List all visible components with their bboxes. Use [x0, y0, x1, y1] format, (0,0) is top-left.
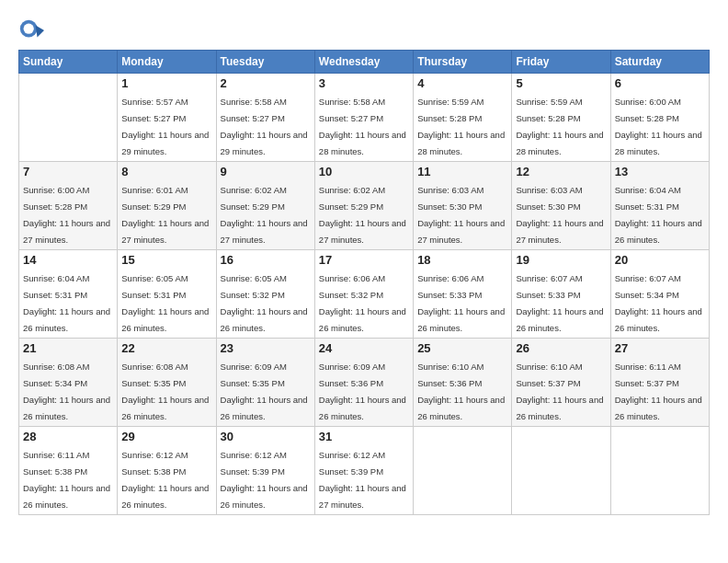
- day-cell: 3Sunrise: 5:58 AMSunset: 5:27 PMDaylight…: [314, 74, 413, 162]
- day-number: 8: [121, 165, 211, 178]
- day-info: Sunrise: 5:59 AMSunset: 5:28 PMDaylight:…: [516, 97, 603, 156]
- day-number: 20: [615, 253, 705, 267]
- week-row-1: 1Sunrise: 5:57 AMSunset: 5:27 PMDaylight…: [19, 74, 710, 162]
- day-info: Sunrise: 6:10 AMSunset: 5:37 PMDaylight:…: [516, 362, 603, 421]
- day-number: 27: [615, 341, 705, 355]
- col-header-thursday: Thursday: [414, 51, 512, 74]
- day-number: 11: [417, 165, 507, 178]
- day-info: Sunrise: 6:04 AMSunset: 5:31 PMDaylight:…: [23, 273, 110, 333]
- day-number: 21: [23, 341, 113, 355]
- day-number: 13: [615, 165, 705, 178]
- day-number: 6: [615, 76, 705, 90]
- day-cell: [512, 427, 610, 515]
- day-info: Sunrise: 6:06 AMSunset: 5:33 PMDaylight:…: [417, 273, 505, 333]
- day-cell: [19, 74, 118, 162]
- day-cell: 11Sunrise: 6:03 AMSunset: 5:30 PMDayligh…: [414, 162, 512, 250]
- day-cell: 14Sunrise: 6:04 AMSunset: 5:31 PMDayligh…: [19, 250, 118, 339]
- page: SundayMondayTuesdayWednesdayThursdayFrid…: [0, 0, 728, 563]
- day-cell: 1Sunrise: 5:57 AMSunset: 5:27 PMDaylight…: [118, 74, 216, 162]
- day-info: Sunrise: 6:01 AMSunset: 5:29 PMDaylight:…: [121, 185, 209, 245]
- day-number: 3: [319, 76, 409, 90]
- day-info: Sunrise: 5:57 AMSunset: 5:27 PMDaylight:…: [121, 97, 209, 156]
- day-info: Sunrise: 6:06 AMSunset: 5:32 PMDaylight:…: [319, 273, 406, 333]
- day-info: Sunrise: 6:07 AMSunset: 5:33 PMDaylight:…: [516, 273, 603, 333]
- col-header-wednesday: Wednesday: [314, 51, 413, 74]
- day-number: 15: [121, 253, 211, 267]
- day-number: 1: [121, 76, 211, 90]
- day-cell: 24Sunrise: 6:09 AMSunset: 5:36 PMDayligh…: [314, 339, 413, 427]
- day-info: Sunrise: 6:10 AMSunset: 5:36 PMDaylight:…: [417, 362, 505, 421]
- logo: [18, 18, 48, 44]
- day-cell: 29Sunrise: 6:12 AMSunset: 5:38 PMDayligh…: [118, 427, 216, 515]
- col-header-friday: Friday: [512, 51, 610, 74]
- day-number: 23: [221, 341, 311, 355]
- day-info: Sunrise: 5:58 AMSunset: 5:27 PMDaylight:…: [221, 97, 308, 156]
- day-info: Sunrise: 6:00 AMSunset: 5:28 PMDaylight:…: [615, 97, 702, 156]
- day-info: Sunrise: 6:12 AMSunset: 5:38 PMDaylight:…: [121, 450, 209, 510]
- day-number: 2: [221, 76, 311, 90]
- header: [18, 15, 710, 44]
- day-number: 16: [221, 253, 311, 267]
- day-info: Sunrise: 6:02 AMSunset: 5:29 PMDaylight:…: [319, 185, 406, 245]
- logo-icon: [18, 18, 44, 44]
- day-cell: 21Sunrise: 6:08 AMSunset: 5:34 PMDayligh…: [19, 339, 118, 427]
- day-info: Sunrise: 6:00 AMSunset: 5:28 PMDaylight:…: [23, 185, 110, 245]
- day-info: Sunrise: 6:08 AMSunset: 5:35 PMDaylight:…: [121, 362, 209, 421]
- day-cell: 9Sunrise: 6:02 AMSunset: 5:29 PMDaylight…: [216, 162, 314, 250]
- day-cell: 26Sunrise: 6:10 AMSunset: 5:37 PMDayligh…: [512, 339, 610, 427]
- day-number: 18: [417, 253, 507, 267]
- day-number: 29: [121, 430, 211, 443]
- day-cell: 5Sunrise: 5:59 AMSunset: 5:28 PMDaylight…: [512, 74, 610, 162]
- col-header-monday: Monday: [118, 51, 216, 74]
- day-cell: 12Sunrise: 6:03 AMSunset: 5:30 PMDayligh…: [512, 162, 610, 250]
- day-cell: 19Sunrise: 6:07 AMSunset: 5:33 PMDayligh…: [512, 250, 610, 339]
- day-cell: 7Sunrise: 6:00 AMSunset: 5:28 PMDaylight…: [19, 162, 118, 250]
- day-cell: 15Sunrise: 6:05 AMSunset: 5:31 PMDayligh…: [118, 250, 216, 339]
- day-cell: 22Sunrise: 6:08 AMSunset: 5:35 PMDayligh…: [118, 339, 216, 427]
- day-number: 24: [319, 341, 409, 355]
- day-number: 17: [319, 253, 409, 267]
- day-info: Sunrise: 6:03 AMSunset: 5:30 PMDaylight:…: [417, 185, 505, 245]
- week-row-4: 21Sunrise: 6:08 AMSunset: 5:34 PMDayligh…: [19, 339, 710, 427]
- day-cell: 16Sunrise: 6:05 AMSunset: 5:32 PMDayligh…: [216, 250, 314, 339]
- calendar-table: SundayMondayTuesdayWednesdayThursdayFrid…: [18, 50, 710, 515]
- week-row-2: 7Sunrise: 6:00 AMSunset: 5:28 PMDaylight…: [19, 162, 710, 250]
- svg-point-2: [24, 24, 34, 34]
- day-number: 25: [417, 341, 507, 355]
- day-cell: 4Sunrise: 5:59 AMSunset: 5:28 PMDaylight…: [414, 74, 512, 162]
- day-cell: [610, 427, 709, 515]
- col-header-saturday: Saturday: [610, 51, 709, 74]
- day-info: Sunrise: 6:12 AMSunset: 5:39 PMDaylight:…: [221, 450, 308, 510]
- svg-marker-1: [36, 25, 44, 37]
- day-number: 31: [319, 430, 409, 443]
- day-cell: 27Sunrise: 6:11 AMSunset: 5:37 PMDayligh…: [610, 339, 709, 427]
- day-cell: 30Sunrise: 6:12 AMSunset: 5:39 PMDayligh…: [216, 427, 314, 515]
- calendar-header-row: SundayMondayTuesdayWednesdayThursdayFrid…: [19, 51, 710, 74]
- day-info: Sunrise: 6:05 AMSunset: 5:31 PMDaylight:…: [121, 273, 209, 333]
- day-cell: 23Sunrise: 6:09 AMSunset: 5:35 PMDayligh…: [216, 339, 314, 427]
- day-info: Sunrise: 6:03 AMSunset: 5:30 PMDaylight:…: [516, 185, 603, 245]
- day-number: 26: [516, 341, 606, 355]
- day-number: 28: [23, 430, 113, 443]
- day-cell: 28Sunrise: 6:11 AMSunset: 5:38 PMDayligh…: [19, 427, 118, 515]
- day-number: 9: [221, 165, 311, 178]
- day-number: 14: [23, 253, 113, 267]
- day-info: Sunrise: 6:04 AMSunset: 5:31 PMDaylight:…: [615, 185, 702, 245]
- day-number: 22: [121, 341, 211, 355]
- week-row-3: 14Sunrise: 6:04 AMSunset: 5:31 PMDayligh…: [19, 250, 710, 339]
- day-info: Sunrise: 6:09 AMSunset: 5:35 PMDaylight:…: [221, 362, 308, 421]
- day-number: 30: [221, 430, 311, 443]
- day-info: Sunrise: 6:05 AMSunset: 5:32 PMDaylight:…: [221, 273, 308, 333]
- day-cell: 13Sunrise: 6:04 AMSunset: 5:31 PMDayligh…: [610, 162, 709, 250]
- day-cell: 18Sunrise: 6:06 AMSunset: 5:33 PMDayligh…: [414, 250, 512, 339]
- day-number: 12: [516, 165, 606, 178]
- col-header-sunday: Sunday: [19, 51, 118, 74]
- day-cell: 17Sunrise: 6:06 AMSunset: 5:32 PMDayligh…: [314, 250, 413, 339]
- day-info: Sunrise: 6:08 AMSunset: 5:34 PMDaylight:…: [23, 362, 110, 421]
- day-info: Sunrise: 6:11 AMSunset: 5:37 PMDaylight:…: [615, 362, 702, 421]
- day-number: 4: [417, 76, 507, 90]
- day-info: Sunrise: 6:11 AMSunset: 5:38 PMDaylight:…: [23, 450, 110, 510]
- day-cell: [414, 427, 512, 515]
- day-number: 10: [319, 165, 409, 178]
- day-cell: 20Sunrise: 6:07 AMSunset: 5:34 PMDayligh…: [610, 250, 709, 339]
